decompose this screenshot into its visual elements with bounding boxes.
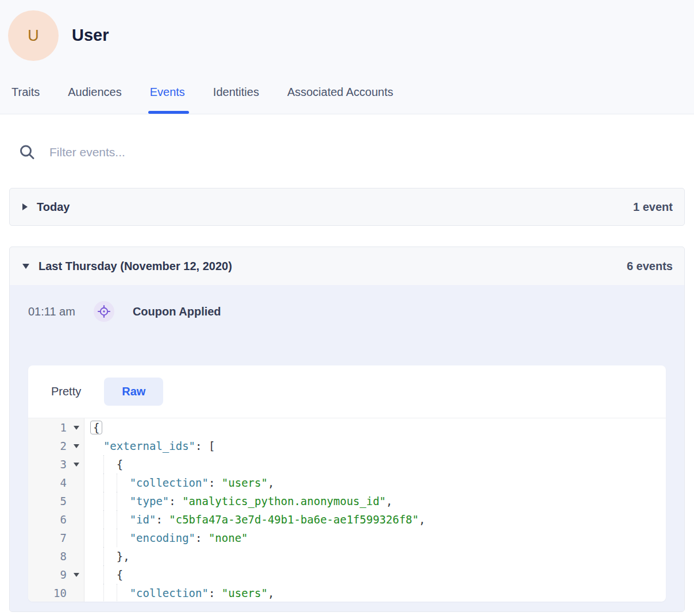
pretty-view-button[interactable]: Pretty bbox=[51, 378, 81, 406]
group-title: Today bbox=[37, 201, 70, 214]
code-line: 6 "id": "c5bfa47a-3e7d-49b1-ba6e-ae1f599… bbox=[28, 510, 666, 529]
event-name: Coupon Applied bbox=[133, 305, 221, 318]
indent-guide bbox=[117, 510, 117, 529]
event-group-last-thursday-header[interactable]: Last Thursday (November 12, 2020) 6 even… bbox=[10, 247, 684, 285]
code-text: "collection": "users", bbox=[84, 584, 666, 602]
code-text: { bbox=[84, 565, 666, 584]
code-text: "id": "c5bfa47a-3e7d-49b1-ba6e-ae1f59932… bbox=[84, 510, 666, 529]
line-number: 6 bbox=[28, 510, 84, 529]
fold-arrow-icon[interactable] bbox=[74, 444, 79, 448]
caret-right-icon bbox=[22, 203, 28, 210]
tab-audiences[interactable]: Audiences bbox=[68, 86, 121, 114]
code-line: 3 { bbox=[28, 455, 666, 473]
indent-guide bbox=[117, 584, 117, 602]
tab-associated-accounts[interactable]: Associated Accounts bbox=[287, 86, 394, 114]
code-line: 10 "collection": "users", bbox=[28, 584, 666, 602]
event-payload-card: Pretty Raw 1{2 "external_ids": [3 {4 "co… bbox=[28, 365, 666, 602]
group-title: Last Thursday (November 12, 2020) bbox=[38, 260, 232, 273]
code-line: 7 "encoding": "none" bbox=[28, 529, 666, 547]
group-event-count: 1 event bbox=[633, 201, 673, 214]
tab-events[interactable]: Events bbox=[150, 86, 185, 114]
indent-guide bbox=[103, 455, 104, 473]
fold-arrow-icon[interactable] bbox=[74, 573, 79, 577]
line-number: 10 bbox=[28, 584, 84, 602]
group-body: 01:11 am Coupon Applied Pretty Raw 1{2 bbox=[10, 285, 684, 612]
code-text: "external_ids": [ bbox=[84, 437, 666, 455]
avatar-initial: U bbox=[28, 27, 39, 45]
code-line: 8 }, bbox=[28, 547, 666, 565]
indent-guide bbox=[103, 492, 104, 510]
line-number: 8 bbox=[28, 547, 84, 565]
caret-down-icon bbox=[22, 264, 29, 269]
event-group-today-header[interactable]: Today 1 event bbox=[10, 188, 684, 225]
indent-guide bbox=[117, 473, 117, 492]
line-number: 4 bbox=[28, 473, 84, 492]
event-row[interactable]: 01:11 am Coupon Applied bbox=[19, 299, 675, 324]
group-event-count: 6 events bbox=[627, 260, 673, 273]
code-line: 5 "type": "analytics_python.anonymous_id… bbox=[28, 492, 666, 510]
json-code-viewer[interactable]: 1{2 "external_ids": [3 {4 "collection": … bbox=[28, 418, 666, 602]
fold-arrow-icon[interactable] bbox=[74, 463, 79, 467]
avatar: U bbox=[8, 10, 59, 61]
line-number: 7 bbox=[28, 529, 84, 547]
tab-traits[interactable]: Traits bbox=[11, 86, 40, 114]
code-text: "type": "analytics_python.anonymous_id", bbox=[84, 492, 666, 510]
payload-view-toggle: Pretty Raw bbox=[28, 365, 666, 418]
event-group-last-thursday: Last Thursday (November 12, 2020) 6 even… bbox=[9, 247, 685, 612]
line-number: 5 bbox=[28, 492, 84, 510]
filter-events-row bbox=[18, 138, 694, 166]
profile-header: U User Traits Audiences Events Identitie… bbox=[0, 0, 694, 114]
code-line: 9 { bbox=[28, 565, 666, 584]
indent-guide bbox=[103, 565, 104, 584]
indent-guide bbox=[103, 547, 104, 565]
code-text: { bbox=[84, 418, 666, 437]
page-title: User bbox=[72, 26, 109, 45]
indent-guide bbox=[103, 584, 104, 602]
line-number: 9 bbox=[28, 565, 84, 584]
line-number: 1 bbox=[28, 418, 84, 437]
tab-events-label: Events bbox=[150, 86, 185, 98]
search-icon bbox=[18, 144, 36, 161]
tab-bar: Traits Audiences Events Identities Assoc… bbox=[11, 86, 393, 114]
indent-guide bbox=[117, 529, 117, 547]
fold-arrow-icon[interactable] bbox=[74, 426, 79, 430]
code-text: "collection": "users", bbox=[84, 473, 666, 492]
event-group-today: Today 1 event bbox=[9, 188, 685, 226]
line-number: 3 bbox=[28, 455, 84, 473]
raw-view-button[interactable]: Raw bbox=[104, 378, 163, 406]
event-time: 01:11 am bbox=[28, 305, 75, 318]
code-text: "encoding": "none" bbox=[84, 529, 666, 547]
code-line: 1{ bbox=[28, 418, 666, 437]
tab-identities[interactable]: Identities bbox=[213, 86, 259, 114]
indent-guide bbox=[117, 492, 117, 510]
code-text: }, bbox=[84, 547, 666, 565]
code-text: { bbox=[84, 455, 666, 473]
indent-guide bbox=[103, 510, 104, 529]
code-lines: 1{2 "external_ids": [3 {4 "collection": … bbox=[28, 418, 666, 602]
code-line: 4 "collection": "users", bbox=[28, 473, 666, 492]
crosshair-target-icon bbox=[94, 301, 114, 322]
active-tab-underline bbox=[148, 111, 189, 114]
code-line: 2 "external_ids": [ bbox=[28, 437, 666, 455]
line-number: 2 bbox=[28, 437, 84, 455]
indent-guide bbox=[103, 529, 104, 547]
indent-guide bbox=[103, 473, 104, 492]
filter-events-input[interactable] bbox=[49, 145, 509, 159]
